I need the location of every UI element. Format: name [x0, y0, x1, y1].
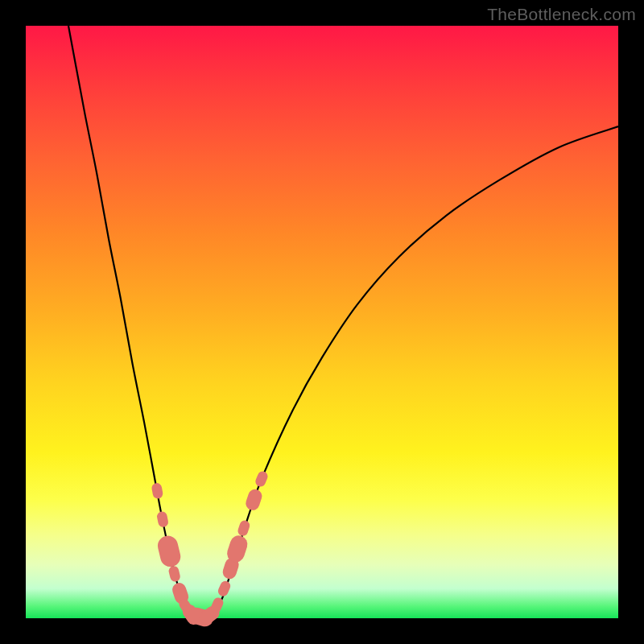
data-marker [167, 565, 181, 583]
chart-svg [26, 26, 618, 618]
data-marker [156, 510, 169, 528]
data-marker [244, 488, 264, 513]
data-marker [254, 470, 269, 489]
chart-plot-area [26, 26, 618, 618]
marker-group [151, 470, 269, 629]
data-marker [155, 534, 182, 569]
watermark-text: TheBottleneck.com [487, 5, 636, 24]
bottleneck-curve [68, 26, 618, 620]
data-marker [217, 580, 232, 598]
data-marker [237, 519, 251, 537]
data-marker [151, 482, 163, 499]
chart-frame: TheBottleneck.com [0, 0, 644, 644]
